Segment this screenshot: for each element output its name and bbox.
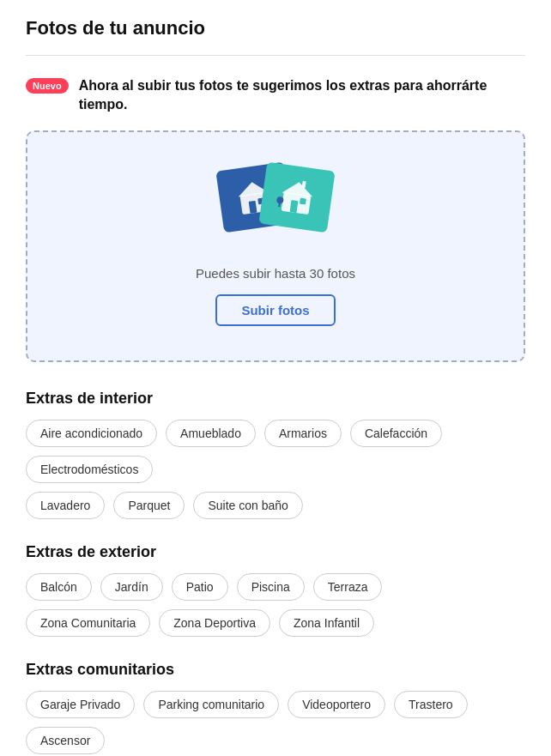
- svg-rect-10: [302, 181, 306, 188]
- nuevo-badge: Nuevo: [26, 78, 69, 94]
- tag-videoportero[interactable]: Videoportero: [288, 691, 385, 718]
- tag-garaje-privado[interactable]: Garaje Privado: [26, 691, 135, 718]
- tag-terraza[interactable]: Terraza: [313, 573, 383, 601]
- tag-amueblado[interactable]: Amueblado: [166, 420, 256, 447]
- tag-armarios[interactable]: Armarios: [264, 420, 342, 447]
- tags-wrapper-comunitarios: Garaje PrivadoParking comunitarioVideopo…: [26, 691, 525, 754]
- section-exterior: Extras de exteriorBalcónJardínPatioPisci…: [26, 543, 525, 637]
- photo-card-teal: [258, 162, 335, 233]
- tag-zona-infantil[interactable]: Zona Infantil: [279, 609, 374, 637]
- upload-caption: Puedes subir hasta 30 fotos: [196, 266, 355, 281]
- tag-parking-comunitario[interactable]: Parking comunitario: [143, 691, 279, 718]
- tag-trastero[interactable]: Trastero: [394, 691, 468, 718]
- tag-aire-acondicionado[interactable]: Aire acondicionado: [26, 420, 157, 447]
- section-title-interior: Extras de interior: [26, 390, 525, 408]
- tag-calefacción[interactable]: Calefacción: [350, 420, 442, 447]
- tag-patio[interactable]: Patio: [172, 573, 228, 601]
- tag-jardín[interactable]: Jardín: [100, 573, 163, 601]
- page-title: Fotos de tu anuncio: [26, 17, 525, 39]
- nuevo-banner: Nuevo Ahora al subir tus fotos te sugeri…: [26, 76, 525, 115]
- tags-row-comunitarios-0: Garaje PrivadoParking comunitarioVideopo…: [26, 691, 525, 754]
- upload-illustration: [220, 166, 331, 252]
- tags-row-exterior-0: BalcónJardínPatioPiscinaTerraza: [26, 573, 525, 601]
- tags-wrapper-interior: Aire acondicionadoAmuebladoArmariosCalef…: [26, 420, 525, 519]
- section-comunitarios: Extras comunitariosGaraje PrivadoParking…: [26, 661, 525, 754]
- tag-parquet[interactable]: Parquet: [113, 492, 185, 519]
- tags-wrapper-exterior: BalcónJardínPatioPiscinaTerrazaZona Comu…: [26, 573, 525, 637]
- tag-electrodomésticos[interactable]: Electrodomésticos: [26, 456, 153, 483]
- tags-row-interior-1: LavaderoParquetSuite con baño: [26, 492, 525, 519]
- tag-zona-comunitaria[interactable]: Zona Comunitaria: [26, 609, 150, 637]
- tag-ascensor[interactable]: Ascensor: [26, 727, 105, 754]
- tags-row-exterior-1: Zona ComunitariaZona DeportivaZona Infan…: [26, 609, 525, 637]
- tags-row-interior-0: Aire acondicionadoAmuebladoArmariosCalef…: [26, 420, 525, 483]
- section-title-comunitarios: Extras comunitarios: [26, 661, 525, 679]
- tag-zona-deportiva[interactable]: Zona Deportiva: [159, 609, 270, 637]
- tag-balcón[interactable]: Balcón: [26, 573, 92, 601]
- tag-lavadero[interactable]: Lavadero: [26, 492, 105, 519]
- svg-rect-9: [300, 197, 306, 204]
- tag-suite-con-baño[interactable]: Suite con baño: [193, 492, 302, 519]
- section-interior: Extras de interiorAire acondicionadoAmue…: [26, 390, 525, 519]
- upload-area: Puedes subir hasta 30 fotos Subir fotos: [26, 130, 525, 362]
- section-title-exterior: Extras de exterior: [26, 543, 525, 561]
- extras-container: Extras de interiorAire acondicionadoAmue…: [26, 390, 525, 754]
- tag-piscina[interactable]: Piscina: [237, 573, 305, 601]
- banner-text: Ahora al subir tus fotos te sugerimos lo…: [79, 76, 525, 115]
- upload-button[interactable]: Subir fotos: [215, 294, 335, 326]
